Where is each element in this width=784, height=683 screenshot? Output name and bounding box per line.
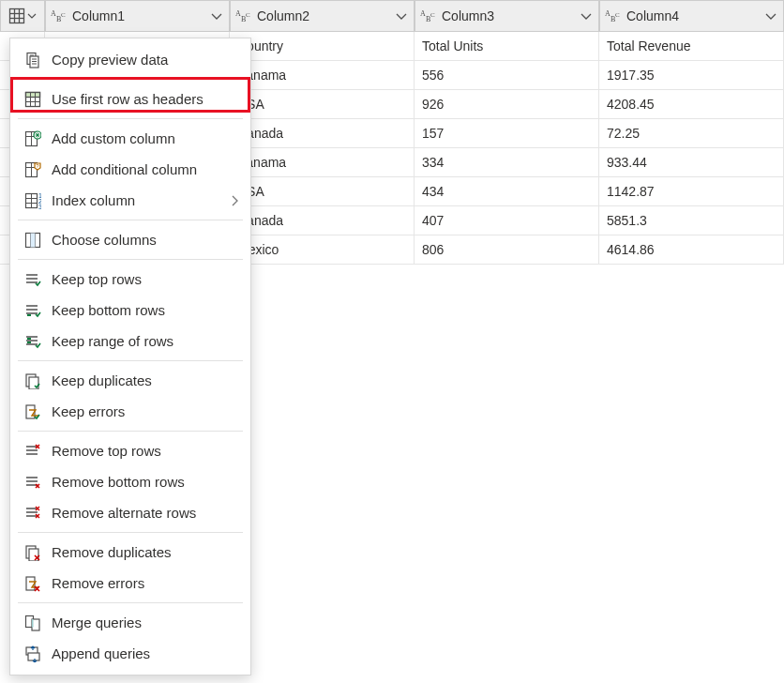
append-queries-icon [22,645,44,663]
cell: 157 [415,119,599,148]
menu-remove-alternate-rows[interactable]: Remove alternate rows [10,497,250,528]
cell: 933.44 [599,148,784,177]
menu-merge-queries[interactable]: Merge queries [10,607,250,638]
header-row: Column1 Column2 Column3 Column4 [0,0,784,32]
first-row-headers-icon [22,90,44,109]
keep-duplicates-icon [22,372,44,390]
column-header-2[interactable]: Column2 [230,0,415,32]
keep-top-rows-icon [22,270,44,289]
cell: 334 [415,148,599,177]
cell: 1917.35 [599,61,784,90]
menu-add-conditional-column[interactable]: Add conditional column [10,154,250,185]
menu-keep-bottom-rows[interactable]: Keep bottom rows [10,295,250,326]
filter-dropdown-icon[interactable] [208,8,225,24]
cell: Panama [230,148,415,177]
copy-icon [22,51,44,69]
keep-bottom-rows-icon [22,301,44,320]
cell: 434 [415,177,599,206]
menu-keep-errors[interactable]: Keep errors [10,396,250,427]
cell: 5851.3 [599,206,784,235]
menu-choose-columns[interactable]: Choose columns [10,224,250,255]
keep-errors-icon [22,402,44,421]
column-header-3[interactable]: Column3 [415,0,599,32]
index-column-icon [22,191,44,210]
menu-use-first-row[interactable]: Use first row as headers [10,83,250,114]
custom-column-icon [22,129,44,148]
menu-remove-top-rows[interactable]: Remove top rows [10,435,250,466]
conditional-column-icon [22,160,44,179]
remove-alternate-rows-icon [22,504,44,523]
cell: Total Revenue [599,32,784,61]
menu-copy-preview[interactable]: Copy preview data [10,44,250,75]
type-icon [234,8,255,24]
menu-separator [18,431,243,432]
type-icon [50,8,70,24]
menu-separator [18,360,243,361]
type-icon [419,8,440,24]
remove-top-rows-icon [22,442,44,461]
choose-columns-icon [22,231,44,250]
cell: 407 [415,206,599,235]
column-header-4[interactable]: Column4 [599,0,784,32]
menu-add-custom-column[interactable]: Add custom column [10,123,250,154]
menu-separator [18,532,243,533]
cell: 72.25 [599,119,784,148]
cell: Mexico [230,235,415,265]
cell: USA [230,90,415,119]
column-label: Column4 [625,8,762,23]
cell: USA [230,177,415,206]
table-context-menu: Copy preview data Use first row as heade… [9,38,251,675]
cell: Panama [230,61,415,90]
menu-separator [18,118,243,119]
remove-duplicates-icon [22,543,44,562]
cell: 806 [415,235,599,265]
keep-range-rows-icon [22,332,44,351]
cell: 556 [415,61,599,90]
filter-dropdown-icon[interactable] [393,8,410,24]
menu-separator [18,220,243,220]
column-label: Column1 [70,8,208,23]
menu-keep-range-rows[interactable]: Keep range of rows [10,326,250,357]
column-label: Column3 [440,8,578,23]
column-header-1[interactable]: Column1 [45,0,230,32]
cell: Total Units [415,32,599,61]
cell: 1142.87 [599,177,784,206]
remove-errors-icon [22,574,44,593]
filter-dropdown-icon[interactable] [762,8,779,24]
menu-remove-bottom-rows[interactable]: Remove bottom rows [10,466,250,497]
cell: 4208.45 [599,90,784,119]
menu-separator [18,602,243,603]
remove-bottom-rows-icon [22,473,44,492]
menu-separator [18,79,243,80]
chevron-right-icon [228,194,241,207]
menu-append-queries[interactable]: Append queries [10,638,250,669]
menu-remove-duplicates[interactable]: Remove duplicates [10,537,250,568]
cell: 926 [415,90,599,119]
menu-index-column[interactable]: Index column [10,185,250,216]
merge-queries-icon [22,614,44,632]
cell: Canada [230,119,415,148]
filter-dropdown-icon[interactable] [578,8,595,24]
menu-remove-errors[interactable]: Remove errors [10,568,250,599]
type-icon [604,8,625,24]
menu-keep-duplicates[interactable]: Keep duplicates [10,365,250,396]
column-label: Column2 [255,8,393,23]
menu-keep-top-rows[interactable]: Keep top rows [10,264,250,295]
table-corner-button[interactable] [0,0,45,32]
cell: Canada [230,206,415,235]
cell: Country [230,32,415,61]
menu-separator [18,259,243,260]
cell: 4614.86 [599,235,784,265]
